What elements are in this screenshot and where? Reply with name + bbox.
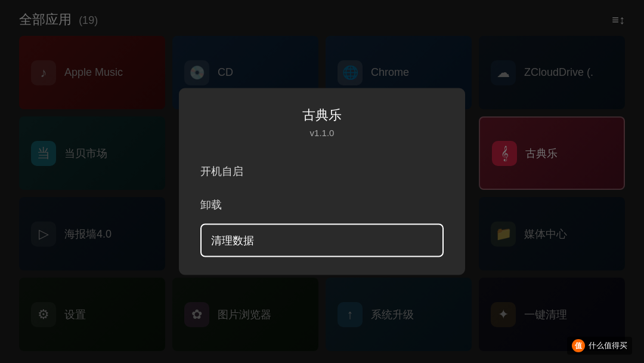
modal-clear-data-item[interactable]: 清理数据 bbox=[200, 224, 444, 257]
app-context-menu: 古典乐 v1.1.0 开机自启 卸载 清理数据 bbox=[179, 88, 465, 275]
modal-uninstall-item[interactable]: 卸载 bbox=[200, 188, 444, 222]
watermark-icon: 值 bbox=[572, 339, 585, 352]
modal-app-name: 古典乐 bbox=[200, 106, 444, 124]
watermark-label: 什么值得买 bbox=[589, 340, 627, 351]
modal-app-version: v1.1.0 bbox=[200, 128, 444, 138]
watermark: 值 什么值得买 bbox=[567, 337, 632, 355]
modal-autostart-item[interactable]: 开机自启 bbox=[200, 155, 444, 188]
watermark-icon-text: 值 bbox=[575, 341, 582, 351]
